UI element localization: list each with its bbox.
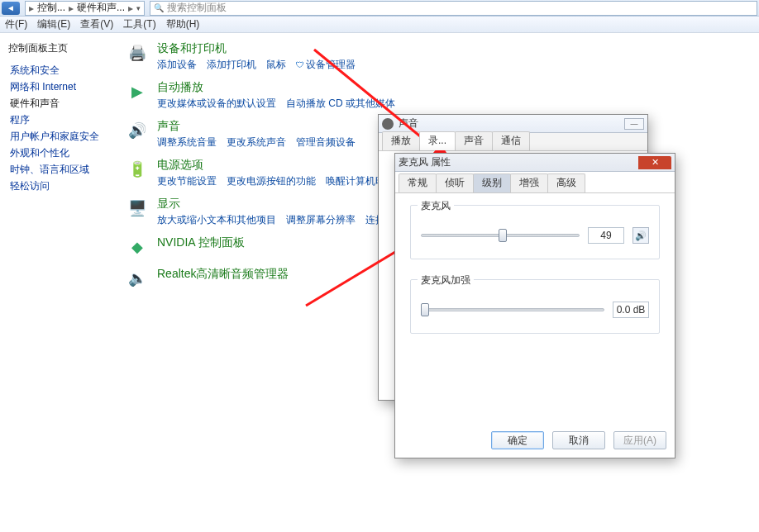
tab[interactable]: 声音: [455, 131, 493, 150]
menu-view[interactable]: 查看(V): [80, 17, 113, 31]
menu-file[interactable]: 件(F): [5, 17, 27, 31]
sidebar-item[interactable]: 时钟、语言和区域: [8, 161, 109, 178]
tab[interactable]: 高级: [547, 173, 585, 192]
chevron-right-icon: ▸: [128, 2, 133, 14]
window-controls: —: [624, 118, 644, 130]
category-icon: ▶: [126, 80, 149, 103]
tab[interactable]: 通信: [492, 131, 530, 150]
category-icon: 🖥️: [126, 197, 149, 220]
category-link[interactable]: 更改节能设置: [157, 174, 217, 188]
mic-boost-label: 麦克风加强: [418, 273, 474, 287]
mic-level-slider[interactable]: [421, 229, 580, 242]
apply-button[interactable]: 应用(A): [613, 431, 666, 449]
category-title[interactable]: 自动播放: [157, 80, 395, 95]
sound-window-titlebar[interactable]: 声音 —: [379, 115, 647, 133]
sidebar-item[interactable]: 网络和 Internet: [8, 78, 109, 95]
search-placeholder: 搜索控制面板: [167, 1, 227, 15]
category-title[interactable]: 设备和打印机: [157, 41, 356, 56]
category-link[interactable]: 自动播放 CD 或其他媒体: [286, 97, 395, 111]
mic-properties-window: 麦克风 属性 ✕ 常规侦听级别增强高级 麦克风 49 🔊 麦克风加强: [394, 153, 675, 458]
nav-back-button[interactable]: ◄: [2, 2, 20, 15]
sidebar-title: 控制面板主页: [8, 41, 109, 55]
speaker-icon: [382, 118, 394, 130]
mic-tabs: 常规侦听级别增强高级: [395, 175, 675, 193]
category-icon: 🖨️: [126, 41, 149, 64]
breadcrumb-item[interactable]: 控制...: [37, 1, 65, 15]
dropdown-icon[interactable]: ▾: [136, 4, 141, 12]
cancel-button[interactable]: 取消: [552, 431, 605, 449]
category-link[interactable]: 更改媒体或设备的默认设置: [157, 97, 276, 111]
mic-level-group: 麦克风 49 🔊: [410, 205, 660, 259]
tab[interactable]: 侦听: [436, 173, 474, 192]
tab[interactable]: 增强: [510, 173, 548, 192]
category-link[interactable]: 🛡设备管理器: [296, 58, 356, 72]
menu-help[interactable]: 帮助(H): [166, 17, 200, 31]
category-link[interactable]: 更改电源按钮的功能: [227, 174, 316, 188]
sound-tabs: 播放录...声音通信: [379, 133, 647, 151]
ok-button[interactable]: 确定: [491, 431, 544, 449]
mic-boost-group: 麦克风加强 0.0 dB: [410, 279, 660, 334]
category-title[interactable]: 声音: [157, 119, 356, 134]
chevron-right-icon: ▸: [29, 2, 34, 14]
tab[interactable]: 级别: [473, 173, 511, 192]
close-button[interactable]: ✕: [638, 156, 671, 169]
dialog-buttons: 确定 取消 应用(A): [491, 431, 666, 449]
sidebar: 控制面板主页 系统和安全网络和 Internet硬件和声音程序用户帐户和家庭安全…: [0, 33, 109, 532]
category-icon: 🔋: [126, 158, 149, 181]
shield-icon: 🛡: [296, 60, 304, 69]
mic-boost-value: 0.0 dB: [613, 302, 649, 318]
category-link[interactable]: 添加打印机: [207, 58, 256, 72]
mic-window-titlebar[interactable]: 麦克风 属性 ✕: [395, 154, 675, 172]
category-link[interactable]: 管理音频设备: [296, 135, 356, 150]
sidebar-item[interactable]: 外观和个性化: [8, 145, 109, 161]
levels-panel: 麦克风 49 🔊 麦克风加强 0.0 dB: [395, 193, 675, 365]
category-link[interactable]: 更改系统声音: [227, 135, 286, 150]
breadcrumb-item[interactable]: 硬件和声...: [77, 1, 125, 15]
mute-button[interactable]: 🔊: [632, 227, 649, 244]
category-icon: 🔈: [126, 267, 149, 290]
sidebar-item[interactable]: 轻松访问: [8, 178, 109, 194]
menu-tools[interactable]: 工具(T): [123, 17, 155, 31]
sidebar-item[interactable]: 硬件和声音: [8, 95, 109, 112]
category-link[interactable]: 放大或缩小文本和其他项目: [157, 213, 276, 227]
address-bar: ◄ ▸ 控制... ▸ 硬件和声... ▸ ▾ 🔍 搜索控制面板: [0, 0, 759, 17]
sidebar-item[interactable]: 用户帐户和家庭安全: [8, 128, 109, 145]
category-link[interactable]: 添加设备: [157, 58, 197, 72]
sound-window-title: 声音: [399, 116, 619, 131]
sidebar-item[interactable]: 程序: [8, 112, 109, 128]
category-title[interactable]: NVIDIA 控制面板: [157, 235, 245, 250]
search-icon: 🔍: [154, 3, 164, 12]
category-row: 🖨️设备和打印机添加设备添加打印机鼠标🛡设备管理器: [126, 41, 742, 72]
category-link[interactable]: 调整屏幕分辨率: [286, 213, 356, 227]
menu-edit[interactable]: 编辑(E): [37, 17, 70, 31]
search-input[interactable]: 🔍 搜索控制面板: [150, 1, 757, 16]
chevron-right-icon: ▸: [69, 2, 74, 14]
category-icon: 🔊: [126, 119, 149, 142]
minimize-button[interactable]: —: [624, 118, 644, 130]
menu-bar: 件(F) 编辑(E) 查看(V) 工具(T) 帮助(H): [0, 17, 759, 33]
mic-window-title: 麦克风 属性: [399, 155, 633, 169]
category-row: ▶自动播放更改媒体或设备的默认设置自动播放 CD 或其他媒体: [126, 80, 742, 111]
breadcrumb[interactable]: ▸ 控制... ▸ 硬件和声... ▸ ▾: [25, 1, 145, 16]
mic-level-label: 麦克风: [418, 199, 454, 213]
category-title[interactable]: Realtek高清晰音频管理器: [157, 267, 289, 282]
category-link[interactable]: 调整系统音量: [157, 135, 217, 150]
mic-boost-slider[interactable]: [421, 303, 604, 316]
mic-level-value: 49: [588, 227, 624, 244]
category-icon: ◆: [126, 235, 149, 259]
category-link[interactable]: 鼠标: [266, 58, 286, 72]
tab[interactable]: 播放: [382, 131, 420, 150]
tab[interactable]: 常规: [399, 173, 437, 192]
tab[interactable]: 录...: [419, 131, 456, 150]
sidebar-item[interactable]: 系统和安全: [8, 62, 109, 78]
